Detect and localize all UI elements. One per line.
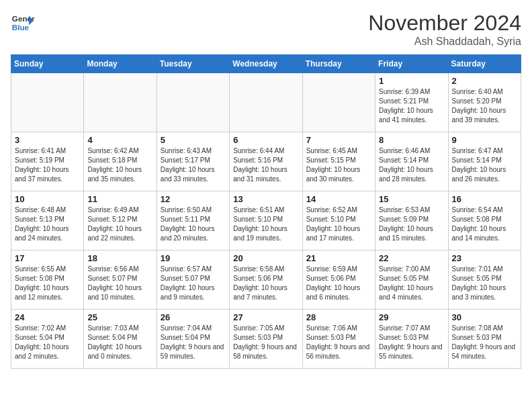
week-row-3: 10Sunrise: 6:48 AMSunset: 5:13 PMDayligh…	[11, 191, 521, 250]
cell-line: Daylight: 10 hours and 39 minutes.	[452, 106, 517, 125]
calendar-cell: 7Sunrise: 6:45 AMSunset: 5:15 PMDaylight…	[302, 132, 375, 191]
cell-line: Sunrise: 6:57 AM	[161, 265, 226, 274]
calendar-cell: 25Sunrise: 7:03 AMSunset: 5:04 PMDayligh…	[84, 310, 157, 369]
cell-line: Daylight: 10 hours and 31 minutes.	[233, 165, 298, 184]
cell-line: Sunrise: 6:47 AM	[452, 146, 517, 156]
day-number: 29	[379, 312, 444, 322]
cell-line: Sunset: 5:03 PM	[306, 333, 371, 342]
cell-line: Sunrise: 6:46 AM	[379, 146, 444, 156]
cell-line: Sunrise: 7:07 AM	[379, 324, 444, 333]
calendar-cell: 21Sunrise: 6:59 AMSunset: 5:06 PMDayligh…	[302, 250, 375, 310]
cell-line: Sunset: 5:13 PM	[15, 215, 80, 224]
cell-line: Daylight: 10 hours and 37 minutes.	[15, 165, 80, 184]
calendar-cell: 24Sunrise: 7:02 AMSunset: 5:04 PMDayligh…	[11, 310, 84, 369]
day-number: 9	[452, 135, 517, 145]
calendar-cell: 5Sunrise: 6:43 AMSunset: 5:17 PMDaylight…	[157, 132, 229, 191]
day-number: 1	[379, 76, 444, 86]
header-row: SundayMondayTuesdayWednesdayThursdayFrid…	[11, 55, 521, 73]
cell-line: Daylight: 10 hours and 20 minutes.	[161, 224, 226, 243]
cell-line: Sunset: 5:09 PM	[379, 215, 444, 224]
day-number: 12	[161, 194, 226, 204]
cell-line: Daylight: 10 hours and 30 minutes.	[306, 165, 371, 184]
cell-line: Daylight: 9 hours and 59 minutes.	[161, 342, 226, 361]
cell-line: Sunset: 5:11 PM	[161, 215, 226, 224]
calendar-table: SundayMondayTuesdayWednesdayThursdayFrid…	[11, 54, 521, 369]
calendar-cell: 18Sunrise: 6:56 AMSunset: 5:07 PMDayligh…	[84, 250, 157, 310]
cell-line: Daylight: 10 hours and 26 minutes.	[452, 165, 517, 184]
calendar-cell: 8Sunrise: 6:46 AMSunset: 5:14 PMDaylight…	[375, 132, 448, 191]
day-number: 28	[306, 312, 371, 322]
day-number: 20	[233, 253, 298, 263]
calendar-cell: 23Sunrise: 7:01 AMSunset: 5:05 PMDayligh…	[448, 250, 521, 310]
calendar-cell: 11Sunrise: 6:49 AMSunset: 5:12 PMDayligh…	[84, 191, 157, 250]
cell-line: Sunset: 5:05 PM	[452, 274, 517, 283]
calendar-cell: 27Sunrise: 7:05 AMSunset: 5:03 PMDayligh…	[230, 310, 302, 369]
calendar-cell: 17Sunrise: 6:55 AMSunset: 5:08 PMDayligh…	[11, 250, 84, 310]
cell-line: Daylight: 10 hours and 12 minutes.	[15, 283, 80, 302]
day-number: 26	[161, 312, 226, 322]
calendar-cell: 16Sunrise: 6:54 AMSunset: 5:08 PMDayligh…	[448, 191, 521, 250]
calendar-cell: 1Sunrise: 6:39 AMSunset: 5:21 PMDaylight…	[375, 73, 448, 132]
week-row-5: 24Sunrise: 7:02 AMSunset: 5:04 PMDayligh…	[11, 310, 521, 369]
cell-line: Daylight: 9 hours and 55 minutes.	[379, 342, 444, 361]
day-number: 15	[379, 194, 444, 204]
calendar-cell: 3Sunrise: 6:41 AMSunset: 5:19 PMDaylight…	[11, 132, 84, 191]
cell-line: Sunrise: 6:56 AM	[87, 265, 152, 274]
cell-line: Sunset: 5:07 PM	[161, 274, 226, 283]
title-block: November 2024 Ash Shaddadah, Syria	[368, 11, 521, 48]
day-number: 14	[306, 194, 371, 204]
cell-line: Daylight: 10 hours and 35 minutes.	[87, 165, 152, 184]
cell-line: Sunset: 5:04 PM	[161, 333, 226, 342]
calendar-cell: 9Sunrise: 6:47 AMSunset: 5:14 PMDaylight…	[448, 132, 521, 191]
calendar-cell: 19Sunrise: 6:57 AMSunset: 5:07 PMDayligh…	[157, 250, 229, 310]
cell-line: Sunset: 5:20 PM	[452, 97, 517, 106]
calendar-cell: 15Sunrise: 6:53 AMSunset: 5:09 PMDayligh…	[375, 191, 448, 250]
day-number: 3	[15, 135, 80, 145]
cell-line: Sunset: 5:12 PM	[87, 215, 152, 224]
day-number: 27	[233, 312, 298, 322]
col-header-monday: Monday	[84, 55, 157, 73]
cell-line: Daylight: 10 hours and 2 minutes.	[15, 342, 80, 361]
cell-line: Sunrise: 6:51 AM	[233, 205, 298, 215]
day-number: 19	[161, 253, 226, 263]
cell-line: Daylight: 10 hours and 41 minutes.	[379, 106, 444, 125]
calendar-cell	[230, 73, 302, 132]
cell-line: Sunrise: 6:40 AM	[452, 87, 517, 97]
calendar-cell: 2Sunrise: 6:40 AMSunset: 5:20 PMDaylight…	[448, 73, 521, 132]
cell-line: Sunrise: 7:03 AM	[87, 324, 152, 333]
cell-line: Sunset: 5:08 PM	[15, 274, 80, 283]
col-header-saturday: Saturday	[448, 55, 521, 73]
cell-line: Daylight: 10 hours and 33 minutes.	[161, 165, 226, 184]
cell-line: Sunset: 5:04 PM	[87, 333, 152, 342]
col-header-wednesday: Wednesday	[230, 55, 302, 73]
cell-line: Sunrise: 6:39 AM	[379, 87, 444, 97]
day-number: 4	[87, 135, 152, 145]
day-number: 6	[233, 135, 298, 145]
cell-line: Daylight: 10 hours and 3 minutes.	[452, 283, 517, 302]
cell-line: Sunset: 5:06 PM	[306, 274, 371, 283]
day-number: 17	[15, 253, 80, 263]
day-number: 8	[379, 135, 444, 145]
day-number: 18	[87, 253, 152, 263]
week-row-4: 17Sunrise: 6:55 AMSunset: 5:08 PMDayligh…	[11, 250, 521, 310]
day-number: 30	[452, 312, 517, 322]
calendar-cell: 12Sunrise: 6:50 AMSunset: 5:11 PMDayligh…	[157, 191, 229, 250]
calendar-cell: 22Sunrise: 7:00 AMSunset: 5:05 PMDayligh…	[375, 250, 448, 310]
week-row-2: 3Sunrise: 6:41 AMSunset: 5:19 PMDaylight…	[11, 132, 521, 191]
day-number: 25	[87, 312, 152, 322]
cell-line: Sunset: 5:14 PM	[452, 156, 517, 165]
cell-line: Sunset: 5:03 PM	[233, 333, 298, 342]
cell-line: Sunrise: 6:50 AM	[161, 205, 226, 215]
cell-line: Sunset: 5:05 PM	[379, 274, 444, 283]
cell-line: Sunrise: 7:06 AM	[306, 324, 371, 333]
cell-line: Daylight: 10 hours and 0 minutes.	[87, 342, 152, 361]
cell-line: Sunrise: 6:45 AM	[306, 146, 371, 156]
cell-line: Daylight: 10 hours and 7 minutes.	[233, 283, 298, 302]
cell-line: Sunrise: 6:41 AM	[15, 146, 80, 156]
calendar-cell	[11, 73, 84, 132]
day-number: 7	[306, 135, 371, 145]
cell-line: Daylight: 10 hours and 22 minutes.	[87, 224, 152, 243]
cell-line: Daylight: 9 hours and 54 minutes.	[452, 342, 517, 361]
calendar-cell: 29Sunrise: 7:07 AMSunset: 5:03 PMDayligh…	[375, 310, 448, 369]
cell-line: Sunset: 5:10 PM	[233, 215, 298, 224]
